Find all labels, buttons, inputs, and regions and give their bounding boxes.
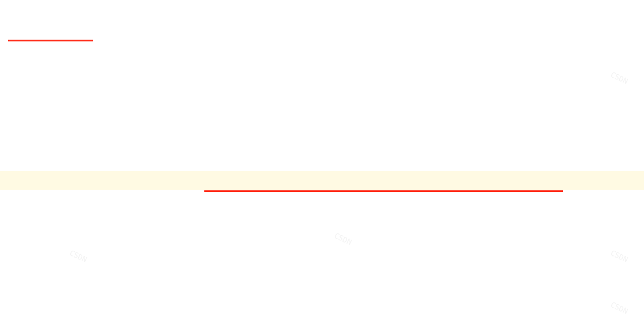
error-underline: [204, 190, 563, 192]
code-editor[interactable]: CSDN CSDN CSDN CSDN CSDN @SneakyThrows @…: [0, 0, 644, 322]
watermark: CSDN: [331, 227, 355, 252]
watermark: CSDN: [66, 244, 90, 269]
watermark: CSDN: [607, 244, 631, 269]
watermark: CSDN: [607, 66, 631, 91]
annotation-underline: [8, 40, 93, 41]
current-line-highlight: [0, 171, 644, 190]
watermark: CSDN: [607, 296, 631, 321]
